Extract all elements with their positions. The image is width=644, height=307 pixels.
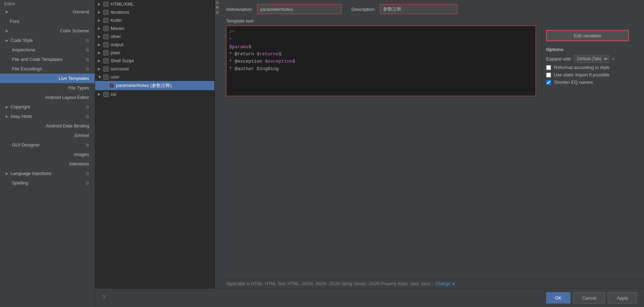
template-code: /* * $params$ * @return $returns$ * @exc… — [229, 29, 533, 73]
triangle-icon: ▶ — [98, 43, 102, 46]
sidebar-item-copyright[interactable]: ▶ Copyright ⧉ — [0, 102, 95, 112]
sidebar-item-label: Intentions — [69, 161, 89, 167]
tree-item-surround[interactable]: ▶ surround — [95, 65, 214, 73]
tree-item-user[interactable]: ▼ user — [95, 73, 214, 81]
triangle-icon: ▶ — [98, 92, 102, 96]
sidebar-item-spelling[interactable]: Spelling ⧉ — [0, 178, 95, 188]
tree-item-kotlin[interactable]: ▶ Kotlin — [95, 16, 214, 24]
sidebar-item-inspections[interactable]: Inspections ⧉ — [0, 45, 95, 55]
checkbox-shell-script[interactable] — [104, 58, 108, 63]
shorten-eq-checkbox[interactable] — [546, 80, 551, 85]
code-line-5: * @exception $exception$ — [229, 58, 533, 65]
arrow-icon: ▶ — [6, 105, 8, 109]
sidebar-item-images[interactable]: Images — [0, 150, 95, 159]
tree-item-other[interactable]: ▶ other — [95, 32, 214, 40]
tree-item-iterations[interactable]: ▶ iterations — [95, 8, 214, 16]
abbreviation-label: Abbreviation: — [226, 7, 253, 12]
checkbox-user[interactable] — [104, 75, 108, 80]
sidebar-item-android-layout-editor[interactable]: Android Layout Editor — [0, 93, 95, 102]
sidebar-item-general[interactable]: ▶ General — [0, 7, 95, 17]
template-text-editor[interactable]: /* * $params$ * @return $returns$ * @exc… — [226, 26, 536, 96]
expand-with-select[interactable]: Default (Tab) — [574, 55, 609, 63]
sidebar-item-label: Spelling — [12, 180, 28, 186]
sidebar-item-file-code-templates[interactable]: File and Code Templates ⧉ — [0, 55, 95, 64]
triangle-icon: ▶ — [98, 18, 102, 22]
checkbox-maven[interactable] — [104, 26, 108, 31]
templates-tree: ▶ HTML/XML ▶ iterations ▶ Kotlin — [95, 0, 215, 288]
tree-item-parameterNotes[interactable]: parameterNotes (参数注释) — [95, 81, 214, 90]
triangle-expanded-icon: ▼ — [98, 75, 102, 79]
side-actions-panel: Edit variables Options Expand with Defau… — [542, 26, 633, 94]
code-line-1: /* — [229, 29, 533, 36]
ok-button[interactable]: OK — [546, 292, 570, 303]
sidebar-item-inlay-hints[interactable]: ▶ Inlay Hints ⧉ — [0, 112, 95, 121]
main-content: ▶ HTML/XML ▶ iterations ▶ Kotlin — [95, 0, 644, 307]
cancel-button[interactable]: Cancel — [573, 292, 605, 303]
question-icon[interactable]: ? — [102, 295, 105, 301]
sidebar-item-live-templates[interactable]: Live Templates — [0, 74, 95, 83]
tree-item-output[interactable]: ▶ output — [95, 40, 214, 49]
triangle-icon: ▶ — [98, 67, 102, 71]
tree-item-xsl[interactable]: ▶ xsl — [95, 90, 214, 98]
template-text-label: Template text: — [226, 18, 637, 24]
sidebar-item-file-types[interactable]: File Types — [0, 83, 95, 93]
checkbox-plain[interactable] — [104, 50, 108, 55]
sidebar-item-color-scheme[interactable]: ▶ Color Scheme — [0, 26, 95, 36]
sidebar-item-file-encodings[interactable]: File Encodings ⧉ — [0, 64, 95, 74]
copy-icon: ⧉ — [86, 171, 89, 176]
sidebar-item-intentions[interactable]: Intentions — [0, 159, 95, 169]
sidebar-item-label: GUI Designer — [12, 142, 40, 148]
tree-item-html-xml[interactable]: ▶ HTML/XML — [95, 0, 214, 8]
copy-icon: ⧉ — [86, 143, 89, 148]
checkbox-other[interactable] — [104, 34, 108, 39]
sidebar-item-label: Emmet — [75, 133, 89, 138]
options-title: Options — [546, 47, 629, 52]
sidebar-item-language-injections[interactable]: ▶ Language Injections ⧉ — [0, 169, 95, 178]
tree-item-label: other — [111, 34, 121, 39]
code-line-4: * @return $returns$ — [229, 51, 533, 58]
sidebar-item-emmet[interactable]: Emmet — [0, 131, 95, 140]
checkbox-parameterNotes[interactable] — [109, 83, 114, 88]
tree-item-label: Kotlin — [111, 18, 122, 23]
edit-variables-button[interactable]: Edit variables — [546, 30, 629, 41]
sidebar-item-label: File and Code Templates — [12, 57, 63, 62]
reformat-checkbox[interactable] — [546, 65, 551, 70]
copy-icon: ⧉ — [86, 114, 89, 119]
checkbox-iterations[interactable] — [104, 10, 108, 15]
code-line-3: $params$ — [229, 44, 533, 51]
checkbox-html-xml[interactable] — [104, 2, 108, 7]
sidebar-item-label: File Encodings — [12, 66, 42, 71]
arrow-icon: ▶ — [6, 114, 8, 118]
tree-item-maven[interactable]: ▶ Maven — [95, 24, 214, 32]
dropdown-arrow-icon: ▼ — [452, 282, 455, 286]
sidebar-item-label: Code Style — [11, 38, 33, 43]
static-import-checkbox[interactable] — [546, 73, 551, 77]
sidebar-item-android-data-binding[interactable]: Android Data Binding — [0, 121, 95, 131]
sidebar-section-header: Editor — [0, 0, 95, 7]
tree-item-shell-script[interactable]: ▶ Shell Script — [95, 57, 214, 65]
toolbar-icons: — ⧉ ↩ — [215, 0, 219, 288]
tree-item-label: output — [111, 42, 123, 47]
copy-icon: ⧉ — [86, 67, 89, 71]
checkbox-surround[interactable] — [104, 67, 108, 71]
apply-button[interactable]: Apply — [608, 292, 637, 303]
applicable-text: Applicable in HTML: HTML Text; HTML, JSO… — [226, 281, 434, 286]
sidebar-item-font[interactable]: Font — [0, 17, 95, 26]
arrow-icon: ▶ — [6, 10, 8, 14]
tree-item-plain[interactable]: ▶ plain — [95, 49, 214, 57]
description-input[interactable] — [380, 4, 457, 14]
sidebar-item-label: Android Data Binding — [46, 123, 89, 129]
triangle-icon: ▶ — [98, 35, 102, 38]
checkbox-output[interactable] — [104, 42, 108, 47]
minimize-icon[interactable]: — — [215, 1, 219, 4]
sidebar-item-code-style[interactable]: ▶ Code Style ⧉ — [0, 36, 95, 45]
checkbox-xsl[interactable] — [104, 92, 108, 97]
reformat-row: Reformat according to style — [546, 65, 629, 70]
sidebar-item-gui-designer[interactable]: GUI Designer ⧉ — [0, 140, 95, 150]
tree-item-label: xsl — [111, 92, 116, 97]
change-link[interactable]: Change — [436, 281, 450, 286]
copy-settings-icon[interactable]: ⧉ — [215, 6, 219, 9]
abbreviation-input[interactable] — [257, 4, 342, 14]
undo-icon[interactable]: ↩ — [215, 11, 219, 14]
checkbox-kotlin[interactable] — [104, 18, 108, 23]
